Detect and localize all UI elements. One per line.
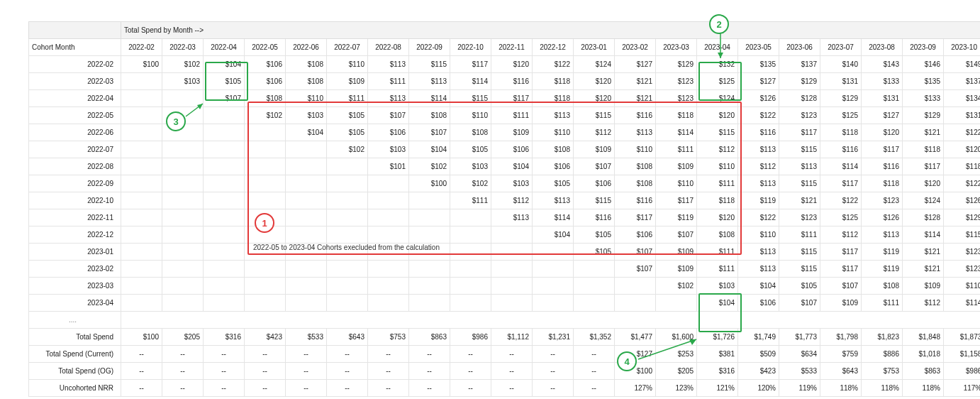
cell: $103 xyxy=(286,107,327,124)
summary-cell: -- xyxy=(533,346,574,363)
excluded-note: 2022-05 to 2023-04 Cohorts execluded fro… xyxy=(253,244,440,251)
cell: $106 xyxy=(738,295,779,312)
summary-cell: $316 xyxy=(697,363,738,380)
summary-cell: -- xyxy=(574,346,615,363)
cohort-label: 2023-02 xyxy=(29,261,121,278)
cell xyxy=(162,192,204,209)
summary-cell: $1,749 xyxy=(738,329,779,346)
cohort-label: 2022-11 xyxy=(29,209,121,226)
cell: $125 xyxy=(820,107,862,124)
month-header: 2022-05 xyxy=(245,39,286,56)
cell: $134 xyxy=(944,90,981,107)
summary-cell: -- xyxy=(491,363,533,380)
cell xyxy=(204,261,245,278)
cell: $102 xyxy=(162,56,204,73)
month-header: 2022-04 xyxy=(204,39,245,56)
cell xyxy=(121,175,162,192)
summary-cell: -- xyxy=(491,346,533,363)
cell: $105 xyxy=(327,124,368,141)
summary-cell: -- xyxy=(327,346,368,363)
cohort-label: 2023-04 xyxy=(29,295,121,312)
cell xyxy=(245,124,286,141)
summary-row: Total Spend (Current)-------------------… xyxy=(29,346,981,363)
cell: $106 xyxy=(245,56,286,73)
summary-cell: $759 xyxy=(820,346,862,363)
cell: $114 xyxy=(533,209,574,226)
summary-cell: $1,823 xyxy=(862,329,903,346)
cell xyxy=(409,278,450,295)
cell: $120 xyxy=(944,141,981,158)
cell: $149 xyxy=(944,56,981,73)
cell: $105 xyxy=(574,244,615,261)
cell: $120 xyxy=(574,73,615,90)
cohort-label: 2023-01 xyxy=(29,244,121,261)
cell xyxy=(450,295,491,312)
cell xyxy=(245,261,286,278)
cohort-row: 2022-07$102$103$104$105$106$108$109$110$… xyxy=(29,141,981,158)
cell: $122 xyxy=(944,124,981,141)
cell: $113 xyxy=(738,244,779,261)
header-row: Cohort Month 2022-022022-032022-042022-0… xyxy=(29,39,981,56)
summary-cell: -- xyxy=(121,380,162,397)
cell: $127 xyxy=(862,107,903,124)
summary-label: Total Spend (OG) xyxy=(29,363,121,380)
svg-line-4 xyxy=(638,339,696,359)
callout-2-circle: 2 xyxy=(709,14,729,34)
cell: $124 xyxy=(697,90,738,107)
dots-row: .... xyxy=(29,312,981,329)
cohort-label: 2022-10 xyxy=(29,192,121,209)
cell: $122 xyxy=(820,192,862,209)
cell: $119 xyxy=(738,192,779,209)
cell xyxy=(368,226,409,244)
cell: $135 xyxy=(738,56,779,73)
cell: $111 xyxy=(697,175,738,192)
cohort-row: 2022-10$111$112$113$115$116$117$118$119$… xyxy=(29,192,981,209)
cell: $122 xyxy=(533,56,574,73)
cell: $110 xyxy=(697,158,738,175)
summary-body: Total Spend$100$205$316$423$533$643$753$… xyxy=(29,329,981,397)
summary-cell: $753 xyxy=(862,363,903,380)
cell xyxy=(121,295,162,312)
cell xyxy=(327,158,368,175)
cell: $119 xyxy=(656,209,697,226)
summary-cell: $1,726 xyxy=(697,329,738,346)
cell xyxy=(368,295,409,312)
summary-cell: $986 xyxy=(450,329,491,346)
cell: $105 xyxy=(204,73,245,90)
cell xyxy=(162,209,204,226)
cell xyxy=(162,295,204,312)
summary-cell: -- xyxy=(450,380,491,397)
cell: $106 xyxy=(368,124,409,141)
cell: $115 xyxy=(779,175,820,192)
cell: $122 xyxy=(738,107,779,124)
cell xyxy=(204,295,245,312)
summary-cell: -- xyxy=(204,363,245,380)
summary-cell: -- xyxy=(245,380,286,397)
cell: $129 xyxy=(779,73,820,90)
cell: $105 xyxy=(779,278,820,295)
cohort-row: 2023-02$107$109$111$113$115$117$119$121$… xyxy=(29,261,981,278)
cell: $137 xyxy=(779,56,820,73)
cell: $109 xyxy=(327,73,368,90)
summary-row: Uncohorted NRR------------------------12… xyxy=(29,380,981,397)
cell xyxy=(450,244,491,261)
cell: $110 xyxy=(286,90,327,107)
month-header: 2022-02 xyxy=(121,39,162,56)
cell: $116 xyxy=(615,107,656,124)
cell: $120 xyxy=(697,107,738,124)
cell: $109 xyxy=(656,158,697,175)
cell: $107 xyxy=(204,90,245,107)
cell xyxy=(245,141,286,158)
cell: $125 xyxy=(820,209,862,226)
cell xyxy=(286,175,327,192)
cell: $104 xyxy=(491,158,533,175)
cell xyxy=(121,209,162,226)
cell xyxy=(286,192,327,209)
callout-1-circle: 1 xyxy=(255,213,274,233)
cell: $108 xyxy=(409,107,450,124)
cell xyxy=(121,278,162,295)
cell xyxy=(245,278,286,295)
month-header: 2022-10 xyxy=(450,39,491,56)
cohort-label: 2022-08 xyxy=(29,158,121,175)
callout-4-label: 4 xyxy=(624,356,629,367)
